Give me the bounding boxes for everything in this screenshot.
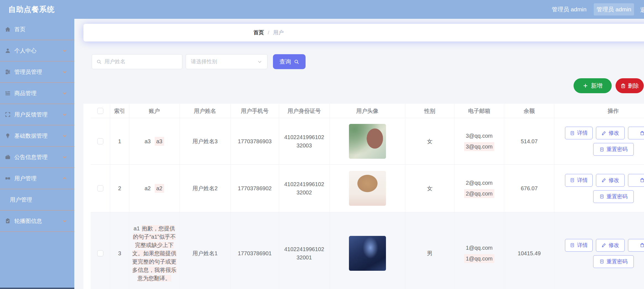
- cell-idcard: 4102241996102 32003: [279, 118, 330, 164]
- email-match-highlight: 1@qq.com: [464, 254, 494, 263]
- row-checkbox[interactable]: [97, 138, 103, 144]
- sidebar-item-home[interactable]: 首页: [0, 19, 74, 40]
- chevron-down-icon: [257, 59, 262, 64]
- header-user-area: 管理员 admin 管理员 admin: [549, 0, 634, 19]
- email-text: 1@qq.com: [466, 244, 493, 252]
- document-icon: [600, 147, 604, 152]
- column-header-actions: 操作: [554, 104, 644, 118]
- app-title: 自助点餐系统: [8, 4, 55, 14]
- chevron-up-icon: [62, 176, 67, 181]
- sidebar-item-base-data-management[interactable]: 基础数据管理: [0, 125, 74, 147]
- list-icon: [4, 90, 11, 97]
- sidebar-item-label: 管理员管理: [14, 68, 42, 76]
- account-match-highlight: 抱歉，您提供的句子“a1”似乎不完整或缺少上下文。如果您能提供更完整的句子或更多…: [132, 225, 177, 282]
- pencil-icon: [601, 178, 606, 183]
- detail-button[interactable]: 详情: [565, 127, 593, 139]
- sidebar-item-personal-center[interactable]: 个人中心: [0, 40, 74, 61]
- detail-button[interactable]: 详情: [565, 239, 593, 252]
- idcard-line: 4102241996102: [284, 180, 324, 188]
- sidebar-item-user-management[interactable]: 用户管理: [0, 168, 74, 189]
- cell-actions: 详情 修改 删除 重置密码: [554, 165, 644, 212]
- chevron-down-icon: [62, 218, 67, 223]
- modify-button[interactable]: 修改: [596, 239, 625, 252]
- row-delete-button[interactable]: 删除: [628, 127, 644, 139]
- gender-select[interactable]: 请选择性别: [186, 54, 267, 69]
- column-header-account: 账户: [129, 104, 180, 118]
- reset-password-button[interactable]: 重置密码: [593, 190, 634, 203]
- username-search-input[interactable]: [104, 59, 178, 65]
- admin-label-1[interactable]: 管理员 admin: [549, 3, 589, 15]
- cell-account: a1 抱歉，您提供的句子“a1”似乎不完整或缺少上下文。如果您能提供更完整的句子…: [129, 212, 180, 289]
- modify-button[interactable]: 修改: [596, 127, 625, 139]
- pencil-icon: [601, 243, 606, 248]
- idcard-line: 4102241996102: [284, 245, 324, 253]
- column-header-phone: 用户手机号: [231, 104, 279, 118]
- home-icon: [4, 26, 11, 33]
- modify-button[interactable]: 修改: [596, 174, 625, 187]
- breadcrumb-home[interactable]: 首页: [253, 29, 264, 36]
- cell-actions: 详情 修改 删除 重置密码: [554, 212, 644, 289]
- idcard-line: 32001: [296, 253, 312, 262]
- row-checkbox[interactable]: [97, 250, 103, 256]
- username-search-field[interactable]: [92, 54, 182, 69]
- user-icon: [4, 47, 11, 54]
- cell-balance: 676.07: [504, 165, 554, 212]
- plus-icon: [583, 83, 588, 88]
- search-button[interactable]: 查询: [273, 54, 306, 69]
- delete-button-label: 删除: [628, 82, 639, 90]
- table-row: 2 a2 a2 用户姓名2 17703786902 4102241996102 …: [91, 165, 644, 212]
- cell-gender: 女: [405, 165, 454, 212]
- sidebar-subitem-user-management[interactable]: 用户管理: [0, 189, 74, 210]
- trash-icon: [640, 178, 644, 183]
- idcard-line: 32002: [296, 188, 312, 197]
- column-header-balance: 余额: [504, 104, 554, 118]
- cell-actions: 详情 修改 删除 重置密码: [554, 118, 644, 164]
- column-header-index: 索引: [110, 104, 129, 118]
- detail-button[interactable]: 详情: [565, 174, 593, 187]
- row-checkbox[interactable]: [97, 185, 103, 191]
- sidebar-item-label: 用户反馈管理: [14, 111, 48, 118]
- cell-email: 3@qq.com 3@qq.com: [454, 118, 504, 164]
- reset-password-button[interactable]: 重置密码: [593, 255, 634, 268]
- sidebar-item-announcement-management[interactable]: 公告信息管理: [0, 147, 74, 168]
- delete-button[interactable]: 删除: [616, 78, 644, 93]
- sidebar-item-label: 首页: [14, 26, 25, 33]
- sidebar-item-admin-management[interactable]: 管理员管理: [0, 61, 74, 83]
- cell-gender: 男: [405, 212, 454, 289]
- breadcrumb: 首页 / 用户: [253, 29, 283, 36]
- user-avatar: [349, 124, 386, 159]
- account-match-highlight: a3: [155, 137, 164, 146]
- sidebar-item-label: 商品管理: [14, 90, 36, 97]
- clipboard-check-icon: [4, 218, 11, 224]
- breadcrumb-card: 首页 / 用户: [83, 24, 644, 41]
- trash-icon: [621, 83, 626, 88]
- sidebar-item-product-management[interactable]: 商品管理: [0, 83, 74, 104]
- table-header-row: 索引 账户 用户姓名 用户手机号 用户身份证号 用户头像 性别 电子邮箱 余额 …: [91, 104, 644, 118]
- row-delete-button[interactable]: 删除: [628, 239, 644, 252]
- add-button-label: 新增: [591, 82, 603, 90]
- column-header-avatar: 用户头像: [330, 104, 405, 118]
- account-match-highlight: a2: [155, 184, 164, 193]
- add-button[interactable]: 新增: [574, 78, 612, 93]
- sidebar-item-feedback-management[interactable]: 用户反馈管理: [0, 104, 74, 125]
- document-icon: [600, 259, 604, 264]
- account-text: a2: [144, 184, 151, 192]
- select-all-checkbox[interactable]: [97, 108, 103, 114]
- scan-icon: [4, 111, 11, 118]
- search-icon: [294, 59, 299, 64]
- column-header-idcard: 用户身份证号: [279, 104, 330, 118]
- cell-phone: 17703786903: [231, 118, 279, 164]
- email-text: 2@qq.com: [466, 179, 493, 187]
- cell-email: 1@qq.com 1@qq.com: [454, 212, 504, 289]
- logout-link-clipped[interactable]: 退: [640, 6, 644, 14]
- admin-label-2[interactable]: 管理员 admin: [594, 3, 634, 15]
- cell-phone: 17703786902: [231, 165, 279, 212]
- document-icon: [570, 131, 575, 136]
- cell-avatar: [330, 212, 405, 289]
- reset-password-button[interactable]: 重置密码: [593, 143, 634, 156]
- app-header: 自助点餐系统 管理员 admin 管理员 admin 退: [0, 0, 644, 19]
- sidebar-item-carousel-info[interactable]: 轮播图信息: [0, 210, 74, 232]
- row-delete-button[interactable]: 删除: [628, 174, 644, 187]
- cell-gender: 女: [405, 118, 454, 164]
- cell-account: a2 a2: [129, 165, 180, 212]
